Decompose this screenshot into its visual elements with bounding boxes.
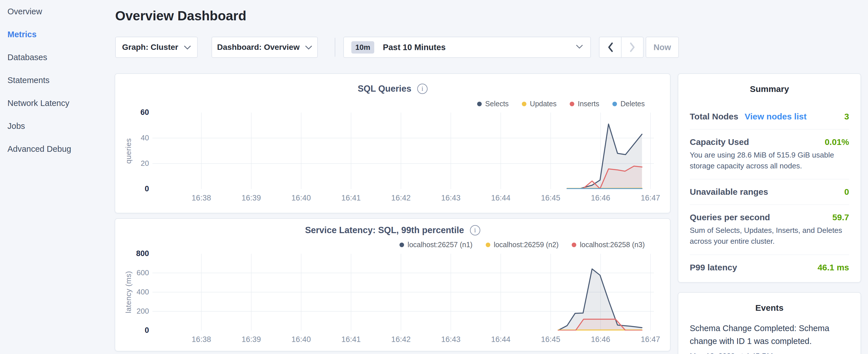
summary-rows: Total NodesView nodes list3Capacity Used… <box>678 97 861 280</box>
now-button[interactable]: Now <box>646 37 679 58</box>
chart-title-row: SQL Queries i <box>115 84 670 94</box>
y-tick-label: 0 <box>115 185 149 193</box>
x-tick-label: 16:46 <box>591 194 610 202</box>
legend-color-dot <box>572 243 576 247</box>
summary-row-label: Unavailable ranges <box>690 187 768 197</box>
x-tick-label: 16:44 <box>491 335 510 344</box>
x-tick-label: 16:42 <box>391 194 411 202</box>
legend-color-dot <box>612 102 617 106</box>
sidebar-item-overview[interactable]: Overview <box>0 0 115 23</box>
legend-color-dot <box>477 102 482 106</box>
chart-title-row: Service Latency: SQL, 99th percentile i <box>115 225 670 235</box>
sql-queries-plot[interactable]: queries020406016:3816:3916:4016:4116:421… <box>115 112 670 206</box>
y-tick-label: 0 <box>115 326 149 335</box>
legend-item-deletes[interactable]: Deletes <box>612 100 645 108</box>
summary-row-label: P99 latency <box>690 263 737 272</box>
latency-chart-svg[interactable] <box>152 254 654 330</box>
x-tick-label: 16:45 <box>541 335 560 344</box>
summary-row-value: 0 <box>844 187 849 197</box>
page-root: OverviewMetricsDatabasesStatementsNetwor… <box>0 0 868 354</box>
chevron-down-icon <box>184 43 191 52</box>
sidebar-item-databases[interactable]: Databases <box>0 46 115 69</box>
legend-label: Inserts <box>578 100 599 108</box>
x-tick-label: 16:43 <box>441 335 461 344</box>
time-range-label: Past 10 Minutes <box>383 43 445 52</box>
legend-item-updates[interactable]: Updates <box>522 100 557 108</box>
y-tick-label: 60 <box>115 108 149 117</box>
x-tick-label: 16:47 <box>641 335 660 344</box>
chevron-down-icon <box>305 43 312 52</box>
x-tick-label: 16:44 <box>491 194 510 202</box>
time-forward-button[interactable] <box>621 37 643 57</box>
y-tick-label: 600 <box>115 268 149 277</box>
summary-row-description: Sum of Selects, Updates, Inserts, and De… <box>690 225 849 247</box>
queries-chart-svg[interactable] <box>152 112 654 189</box>
summary-row-p99-latency: P99 latency46.1 ms <box>678 255 861 280</box>
controls-divider <box>335 38 335 57</box>
events-title: Events <box>678 303 861 313</box>
event-item[interactable]: Schema Change Completed: Schema change w… <box>678 316 861 354</box>
now-button-label: Now <box>653 43 671 52</box>
summary-row-value: 46.1 ms <box>817 263 849 272</box>
events-list: Schema Change Completed: Schema change w… <box>678 316 861 354</box>
y-tick-label: 40 <box>115 133 149 142</box>
info-icon[interactable]: i <box>417 84 428 94</box>
x-tick-label: 16:41 <box>341 194 361 202</box>
dashboard-dropdown-label: Dashboard: Overview <box>217 43 300 52</box>
legend-color-dot <box>486 243 490 247</box>
graph-dropdown-label: Graph: Cluster <box>122 43 178 52</box>
x-tick-label: 16:38 <box>192 194 211 202</box>
info-icon[interactable]: i <box>470 225 480 235</box>
sidebar-item-advanced-debug[interactable]: Advanced Debug <box>0 137 115 160</box>
sql-queries-chart-card: SQL Queries i SelectsUpdatesInsertsDelet… <box>115 73 671 213</box>
chart-legend: SelectsUpdatesInsertsDeletes <box>477 100 645 108</box>
time-range-picker[interactable]: 10m Past 10 Minutes <box>343 37 591 58</box>
summary-row-queries-per-second: Queries per second59.7Sum of Selects, Up… <box>678 205 861 254</box>
x-tick-label: 16:39 <box>242 335 261 344</box>
x-tick-label: 16:39 <box>242 194 261 202</box>
legend-label: localhost:26259 (n2) <box>494 240 559 249</box>
chevron-down-icon <box>576 45 583 50</box>
sidebar-item-statements[interactable]: Statements <box>0 69 115 92</box>
x-tick-label: 16:45 <box>541 194 560 202</box>
x-tick-label: 16:41 <box>341 335 361 344</box>
summary-row-value: 59.7 <box>833 213 849 222</box>
chart-title: SQL Queries <box>358 84 411 94</box>
summary-panel: Summary Total NodesView nodes list3Capac… <box>678 73 861 283</box>
legend-color-dot <box>400 243 404 247</box>
chevron-right-icon <box>629 42 636 53</box>
events-panel: Events Schema Change Completed: Schema c… <box>678 292 861 354</box>
legend-item-localhost-26258-n3[interactable]: localhost:26258 (n3) <box>572 240 645 249</box>
dashboard-dropdown[interactable]: Dashboard: Overview <box>212 37 318 58</box>
x-tick-label: 16:46 <box>591 335 610 344</box>
summary-row-label: Queries per second <box>690 213 770 222</box>
x-tick-label: 16:42 <box>391 335 411 344</box>
event-timestamp: May 13, 2020 at 4:45 PM <box>690 352 849 354</box>
event-message: Schema Change Completed: Schema change w… <box>690 322 844 348</box>
chart-title: Service Latency: SQL, 99th percentile <box>305 225 464 235</box>
service-latency-plot[interactable]: latency (ms)020040060080016:3816:3916:40… <box>115 254 670 348</box>
x-tick-label: 16:40 <box>291 194 311 202</box>
legend-item-selects[interactable]: Selects <box>477 100 509 108</box>
summary-row-capacity-used: Capacity Used0.01%You are using 28.6 MiB… <box>678 129 861 179</box>
legend-label: Updates <box>530 100 557 108</box>
legend-color-dot <box>570 102 574 106</box>
y-tick-label: 200 <box>115 307 149 316</box>
view-nodes-link[interactable]: View nodes list <box>744 112 806 122</box>
legend-color-dot <box>522 102 526 106</box>
legend-label: localhost:26258 (n3) <box>580 240 645 249</box>
x-tick-label: 16:38 <box>192 335 211 344</box>
legend-item-localhost-26259-n2[interactable]: localhost:26259 (n2) <box>486 240 559 249</box>
x-tick-label: 16:40 <box>291 335 311 344</box>
sidebar-item-network-latency[interactable]: Network Latency <box>0 92 115 115</box>
time-back-button[interactable] <box>599 37 621 57</box>
sidebar-item-metrics[interactable]: Metrics <box>0 23 115 46</box>
sidebar-item-jobs[interactable]: Jobs <box>0 115 115 137</box>
legend-item-localhost-26257-n1[interactable]: localhost:26257 (n1) <box>400 240 472 249</box>
y-tick-label: 20 <box>115 159 149 168</box>
summary-row-label: Capacity Used <box>690 137 749 147</box>
x-tick-label: 16:43 <box>441 194 461 202</box>
legend-item-inserts[interactable]: Inserts <box>570 100 599 108</box>
graph-dropdown[interactable]: Graph: Cluster <box>115 37 198 58</box>
chevron-left-icon <box>607 42 614 53</box>
